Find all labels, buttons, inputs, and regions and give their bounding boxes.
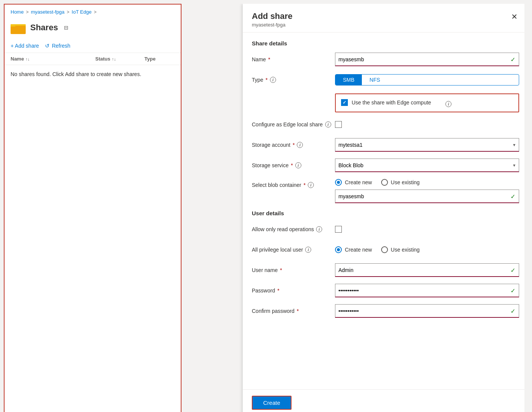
confirm-password-label-text: Confirm password [252,308,295,314]
storage-service-select[interactable]: Block Blob [335,159,519,172]
sort-status-icon[interactable]: ↑↓ [112,57,116,61]
type-row: Type * i SMB NFS [252,73,519,87]
confirm-password-label: Confirm password * [252,308,335,314]
create-new-radio-option[interactable]: Create new [335,179,372,186]
breadcrumb-home[interactable]: Home [11,9,24,15]
refresh-label: Refresh [52,43,70,49]
edge-local-info-icon[interactable]: i [325,121,331,127]
close-button[interactable]: ✕ [510,11,519,22]
storage-service-info-icon[interactable]: i [295,162,301,168]
blob-container-row: Select blob container * i Create new [252,179,519,203]
type-label-text: Type [252,77,263,83]
storage-service-chevron-icon: ▾ [513,163,515,168]
folder-icon [11,21,26,34]
use-existing-radio-label: Use existing [391,179,420,185]
name-input[interactable] [335,53,519,66]
name-required: * [268,56,270,62]
edge-local-checkbox-control [335,121,519,128]
scrollbar-track[interactable] [524,4,528,412]
password-row: Password * ✓ [252,284,519,297]
edge-local-label: Configure as Edge local share i [252,121,335,127]
add-share-button[interactable]: + Add share [11,43,39,49]
type-toggle-control: SMB NFS [335,74,519,86]
edge-local-row: Configure as Edge local share i [252,118,519,131]
name-label-text: Name [252,56,266,62]
svg-rect-2 [11,26,26,33]
drawer-subtitle: myasetest-fpga [252,22,293,28]
drawer-header: Add share myasetest-fpga ✕ [243,4,528,33]
storage-account-row: Storage account * i mytestsa1 ▾ [252,138,519,152]
username-row: User name * ✓ [252,263,519,277]
breadcrumb-device[interactable]: myasetest-fpga [31,9,65,15]
confirm-password-input-wrapper: ✓ [335,304,519,318]
create-new-radio-label: Create new [345,179,372,185]
storage-account-label-text: Storage account [252,142,290,148]
allow-read-checkbox[interactable] [335,226,342,233]
storage-account-info-icon[interactable]: i [297,142,303,148]
type-required: * [265,77,267,83]
blob-container-control: Create new Use existing ✓ [335,179,519,203]
no-data-message: No shares found. Click Add share to crea… [5,65,181,83]
privilege-create-new-label: Create new [345,247,372,253]
name-label: Name * [252,56,335,62]
use-existing-radio-option[interactable]: Use existing [381,179,420,186]
username-input-wrapper: ✓ [335,263,519,277]
username-check-icon: ✓ [510,267,515,274]
password-check-icon: ✓ [510,287,515,294]
privilege-use-existing-radio[interactable]: Use existing [381,246,420,253]
type-label: Type * i [252,77,335,83]
type-smb-button[interactable]: SMB [335,75,362,85]
confirm-password-check-icon: ✓ [510,308,515,315]
edge-compute-checkbox[interactable] [341,99,348,106]
privilege-use-existing-label: Use existing [391,247,420,253]
allow-read-checkbox-control [335,226,519,233]
name-input-wrapper: ✓ [335,53,519,66]
edge-compute-label: Use the share with Edge compute [352,100,431,106]
password-label: Password * [252,288,335,294]
refresh-button[interactable]: ↺ Refresh [45,43,70,49]
refresh-icon: ↺ [45,43,50,49]
container-name-wrapper: ✓ [335,190,519,203]
col-type-header: Type [144,56,175,62]
storage-service-row: Storage service * i Block Blob ▾ [252,159,519,172]
create-button[interactable]: Create [252,396,292,410]
privilege-user-info-icon[interactable]: i [305,247,311,253]
type-info-icon[interactable]: i [270,77,276,83]
table-header: Name ↑↓ Status ↑↓ Type [5,53,181,65]
use-existing-radio-outer [381,179,388,186]
blob-container-required: * [304,182,306,188]
privilege-user-label-text: All privilege local user [252,247,303,253]
password-input-wrapper: ✓ [335,284,519,297]
col-status-header: Status ↑↓ [95,56,144,62]
password-input[interactable] [335,284,519,297]
user-details-section-title: User details [252,210,519,216]
type-nfs-button[interactable]: NFS [362,75,388,85]
confirm-password-row: Confirm password * ✓ [252,304,519,318]
username-required: * [280,267,282,273]
storage-account-label: Storage account * i [252,142,335,148]
col-name-header: Name ↑↓ [11,56,95,62]
col-name-label: Name [11,56,24,62]
storage-account-select[interactable]: mytestsa1 [335,138,519,152]
edge-local-checkbox[interactable] [335,121,342,128]
allow-read-label: Allow only read operations i [252,226,335,232]
print-icon[interactable]: ⊟ [64,25,68,31]
edge-compute-info-icon[interactable]: i [445,101,451,107]
privilege-create-new-radio[interactable]: Create new [335,246,372,253]
container-name-input[interactable] [335,190,519,203]
sort-name-icon[interactable]: ↑↓ [25,57,29,61]
breadcrumb: Home > myasetest-fpga > IoT Edge > [5,5,181,18]
allow-read-info-icon[interactable]: i [316,226,322,232]
password-label-text: Password [252,288,275,294]
create-new-radio-outer [335,179,342,186]
username-label-text: User name [252,267,278,273]
add-share-drawer: Add share myasetest-fpga ✕ Share details… [243,4,528,412]
blob-container-info-icon[interactable]: i [308,182,314,188]
breadcrumb-sep-1: > [26,9,29,15]
confirm-password-required: * [297,308,299,314]
confirm-password-input[interactable] [335,304,519,318]
username-input[interactable] [335,263,519,277]
drawer-body: Share details Name * ✓ Type * i [243,33,528,389]
storage-service-control: Block Blob ▾ [335,159,519,172]
col-status-label: Status [95,56,110,62]
